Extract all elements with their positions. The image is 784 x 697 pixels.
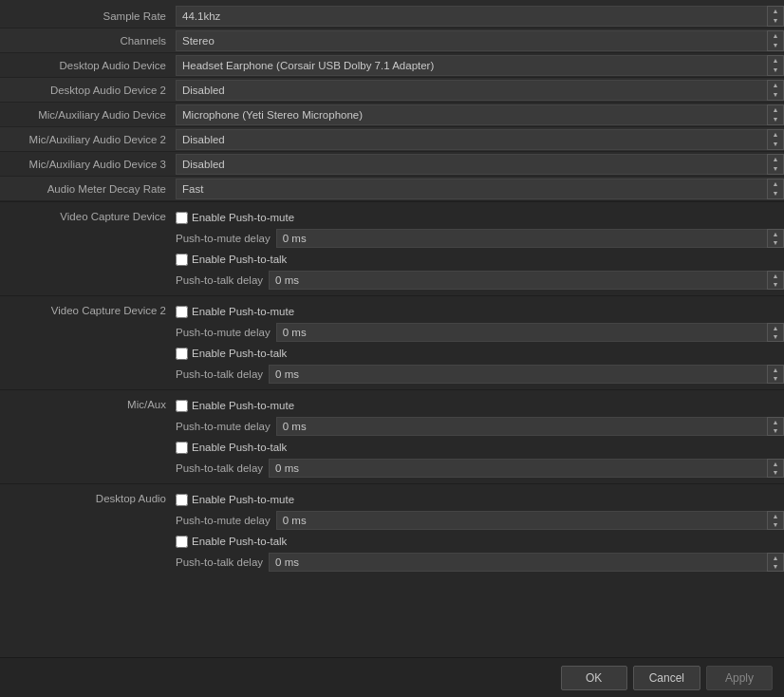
spin-up-icon[interactable]: ▲ (768, 130, 783, 140)
setting-control: Headset Earphone (Corsair USB Dolby 7.1 … (176, 55, 784, 76)
push-mute-delay-down-icon[interactable]: ▼ (768, 238, 783, 247)
push-talk-delay-down-icon[interactable]: ▼ (768, 374, 783, 383)
spin-down-icon[interactable]: ▼ (768, 41, 783, 50)
spin-down-icon[interactable]: ▼ (768, 164, 783, 174)
setting-control: Disabled ▲ ▼ (176, 129, 784, 150)
push-mute-delay-input[interactable] (276, 511, 784, 530)
push-talk-delay-spinners[interactable]: ▲ ▼ (767, 271, 784, 290)
dropdown-select[interactable]: Microphone (Yeti Stereo Microphone) (176, 104, 784, 125)
push-mute-text: Enable Push-to-mute (192, 494, 294, 505)
push-mute-label[interactable]: Enable Push-to-mute (176, 212, 294, 224)
push-talk-delay-input[interactable] (269, 271, 784, 290)
push-mute-label[interactable]: Enable Push-to-mute (176, 306, 294, 318)
push-mute-delay-up-icon[interactable]: ▲ (768, 324, 783, 332)
push-talk-delay-input[interactable] (269, 459, 784, 478)
push-talk-delay-spinners[interactable]: ▲ ▼ (767, 365, 784, 384)
push-talk-delay-row: Push-to-talk delay ▲ ▼ (176, 271, 784, 290)
ok-button[interactable]: OK (561, 666, 627, 690)
apply-button[interactable]: Apply (706, 666, 773, 690)
push-mute-checkbox[interactable] (176, 494, 188, 506)
push-mute-checkbox[interactable] (176, 400, 188, 412)
push-mute-label[interactable]: Enable Push-to-mute (176, 400, 294, 412)
spin-up-icon[interactable]: ▲ (768, 81, 783, 90)
spinner-btn[interactable]: ▲ ▼ (767, 6, 784, 27)
push-talk-delay-down-icon[interactable]: ▼ (768, 562, 783, 571)
spinner-btn[interactable]: ▲ ▼ (767, 179, 784, 199)
setting-label: Desktop Audio Device 2 (0, 85, 176, 96)
push-mute-row: Enable Push-to-mute (176, 302, 784, 321)
device-section-label: Video Capture Device (0, 208, 176, 222)
push-talk-checkbox[interactable] (176, 536, 188, 548)
push-mute-delay-down-icon[interactable]: ▼ (768, 332, 783, 341)
push-mute-delay-input[interactable] (276, 323, 784, 342)
dropdown-select[interactable]: Headset Earphone (Corsair USB Dolby 7.1 … (176, 55, 784, 76)
push-talk-label[interactable]: Enable Push-to-talk (176, 254, 287, 266)
push-mute-checkbox[interactable] (176, 306, 188, 318)
dropdown-select[interactable]: Fast (176, 179, 784, 199)
push-mute-checkbox[interactable] (176, 212, 188, 224)
device-section-inner: Mic/Aux Enable Push-to-mute Push-to-mute… (0, 396, 784, 478)
spin-up-icon[interactable]: ▲ (768, 179, 783, 189)
push-talk-label[interactable]: Enable Push-to-talk (176, 348, 287, 360)
push-mute-delay-spinners[interactable]: ▲ ▼ (767, 323, 784, 342)
push-mute-delay-down-icon[interactable]: ▼ (768, 520, 783, 529)
push-mute-delay-spinners[interactable]: ▲ ▼ (767, 229, 784, 248)
device-section-inner: Video Capture Device Enable Push-to-mute… (0, 208, 784, 290)
push-talk-delay-input[interactable] (269, 553, 784, 572)
push-mute-delay-row: Push-to-mute delay ▲ ▼ (176, 229, 784, 248)
push-talk-delay-spinners[interactable]: ▲ ▼ (767, 553, 784, 572)
push-mute-delay-down-icon[interactable]: ▼ (768, 426, 783, 435)
spin-down-icon[interactable]: ▼ (768, 16, 783, 26)
push-talk-delay-up-icon[interactable]: ▲ (768, 460, 783, 468)
dropdown-select[interactable]: 44.1khz (176, 6, 784, 27)
push-talk-label[interactable]: Enable Push-to-talk (176, 442, 287, 454)
push-talk-delay-up-icon[interactable]: ▲ (768, 272, 783, 280)
dropdown-wrapper: Fast ▲ ▼ (176, 179, 784, 199)
spin-down-icon[interactable]: ▼ (768, 140, 783, 149)
spin-up-icon[interactable]: ▲ (768, 105, 783, 115)
push-talk-delay-down-icon[interactable]: ▼ (768, 280, 783, 289)
spinner-btn[interactable]: ▲ ▼ (767, 55, 784, 76)
push-talk-delay-row: Push-to-talk delay ▲ ▼ (176, 365, 784, 384)
push-mute-delay-spinners[interactable]: ▲ ▼ (767, 511, 784, 530)
spin-up-icon[interactable]: ▲ (768, 56, 783, 66)
dropdown-select[interactable]: Disabled (176, 154, 784, 175)
dropdown-select[interactable]: Disabled (176, 129, 784, 150)
push-mute-delay-row: Push-to-mute delay ▲ ▼ (176, 511, 784, 530)
spin-up-icon[interactable]: ▲ (768, 7, 783, 16)
cancel-button[interactable]: Cancel (633, 666, 700, 690)
spinner-btn[interactable]: ▲ ▼ (767, 30, 784, 51)
setting-control: Fast ▲ ▼ (176, 179, 784, 199)
push-mute-delay-input-wrapper: ▲ ▼ (276, 511, 784, 530)
dropdown-wrapper: Disabled ▲ ▼ (176, 154, 784, 175)
push-talk-delay-up-icon[interactable]: ▲ (768, 366, 783, 374)
spinner-btn[interactable]: ▲ ▼ (767, 154, 784, 175)
push-mute-delay-up-icon[interactable]: ▲ (768, 512, 783, 520)
push-mute-delay-input[interactable] (276, 417, 784, 436)
push-talk-delay-down-icon[interactable]: ▼ (768, 468, 783, 477)
spin-down-icon[interactable]: ▼ (768, 189, 783, 198)
dropdown-select[interactable]: Disabled (176, 80, 784, 101)
spinner-btn[interactable]: ▲ ▼ (767, 80, 784, 101)
push-mute-delay-spinners[interactable]: ▲ ▼ (767, 417, 784, 436)
push-mute-label[interactable]: Enable Push-to-mute (176, 494, 294, 506)
dropdown-select[interactable]: Stereo (176, 30, 784, 51)
spin-down-icon[interactable]: ▼ (768, 90, 783, 100)
push-talk-delay-up-icon[interactable]: ▲ (768, 554, 783, 562)
push-talk-checkbox[interactable] (176, 254, 188, 266)
push-talk-delay-label: Push-to-talk delay (176, 274, 263, 286)
push-mute-delay-up-icon[interactable]: ▲ (768, 418, 783, 426)
spin-up-icon[interactable]: ▲ (768, 155, 783, 164)
push-talk-checkbox[interactable] (176, 442, 188, 454)
push-mute-delay-input[interactable] (276, 229, 784, 248)
spin-up-icon[interactable]: ▲ (768, 31, 783, 41)
push-talk-checkbox[interactable] (176, 348, 188, 360)
push-mute-delay-up-icon[interactable]: ▲ (768, 230, 783, 238)
spin-down-icon[interactable]: ▼ (768, 66, 783, 75)
spin-down-icon[interactable]: ▼ (768, 115, 783, 124)
push-talk-label[interactable]: Enable Push-to-talk (176, 536, 287, 548)
spinner-btn[interactable]: ▲ ▼ (767, 104, 784, 125)
spinner-btn[interactable]: ▲ ▼ (767, 129, 784, 150)
push-talk-delay-spinners[interactable]: ▲ ▼ (767, 459, 784, 478)
push-talk-delay-input[interactable] (269, 365, 784, 384)
